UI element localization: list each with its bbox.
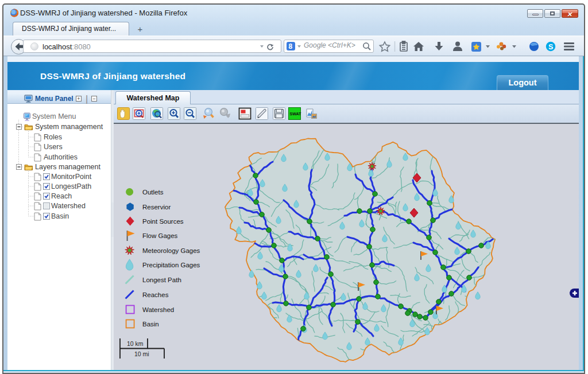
svg-text:10 km: 10 km bbox=[127, 340, 144, 347]
svg-text:Basin: Basin bbox=[142, 321, 159, 328]
svg-text:Precipitation Gages: Precipitation Gages bbox=[142, 262, 200, 268]
svg-text:Reaches: Reaches bbox=[142, 291, 169, 298]
svg-text:Longest Path: Longest Path bbox=[142, 276, 181, 283]
svg-text:Meteorology Gages: Meteorology Gages bbox=[142, 247, 200, 254]
svg-text:SWAT: SWAT bbox=[290, 112, 301, 116]
svg-text:Reservior: Reservior bbox=[142, 204, 171, 211]
svg-text:8: 8 bbox=[288, 42, 292, 50]
svg-text:Outlets: Outlets bbox=[142, 189, 164, 196]
svg-text:Watershed: Watershed bbox=[142, 306, 174, 313]
svg-text:Point Sources: Point Sources bbox=[142, 218, 184, 225]
svg-text:Flow Gages: Flow Gages bbox=[142, 232, 178, 239]
svg-text:S: S bbox=[548, 43, 553, 51]
svg-text:10 mi: 10 mi bbox=[134, 350, 149, 357]
